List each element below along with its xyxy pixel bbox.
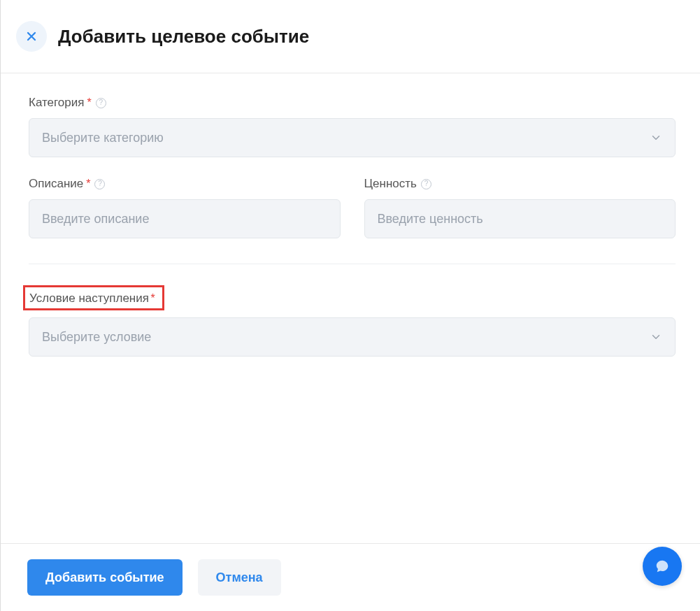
label-row: Ценность ? [364, 177, 676, 191]
field-category: Категория * ? Выберите категорию [29, 96, 676, 157]
condition-label: Условие наступления [29, 292, 149, 305]
highlight-annotation: Условие наступления * [23, 285, 164, 310]
required-marker: * [150, 292, 155, 304]
submit-button[interactable]: Добавить событие [27, 559, 183, 596]
description-input-wrap [29, 199, 341, 238]
field-description: Описание * ? [29, 177, 341, 238]
divider [29, 264, 676, 264]
value-input[interactable] [378, 212, 663, 227]
description-input[interactable] [42, 212, 327, 227]
category-placeholder: Выберите категорию [42, 131, 164, 145]
category-select[interactable]: Выберите категорию [29, 118, 676, 157]
condition-select[interactable]: Выберите условие [29, 317, 676, 357]
close-icon [26, 31, 37, 42]
cancel-button[interactable]: Отмена [198, 559, 281, 596]
field-condition: Условие наступления * Выберите условие [29, 285, 676, 357]
form-body: Категория * ? Выберите категорию Описани… [1, 73, 700, 357]
modal-title: Добавить целевое событие [58, 26, 309, 48]
condition-placeholder: Выберите условие [42, 330, 151, 345]
help-icon[interactable]: ? [421, 179, 431, 189]
help-icon[interactable]: ? [94, 179, 105, 189]
required-marker: * [87, 96, 91, 109]
modal-footer: Добавить событие Отмена [1, 543, 700, 611]
chat-icon [655, 559, 670, 574]
field-value: Ценность ? [364, 177, 676, 238]
close-button[interactable] [16, 21, 47, 52]
label-row: Категория * ? [29, 96, 676, 110]
description-label: Описание [29, 177, 83, 191]
value-label: Ценность [364, 177, 417, 191]
value-input-wrap [364, 199, 676, 238]
help-icon[interactable]: ? [96, 98, 106, 108]
required-marker: * [86, 178, 90, 190]
modal-header: Добавить целевое событие [1, 0, 700, 73]
fab-button[interactable] [643, 547, 682, 586]
chevron-down-icon [650, 131, 662, 144]
chevron-down-icon [650, 331, 662, 343]
row-description-value: Описание * ? Ценность ? [29, 177, 676, 258]
label-row: Описание * ? [29, 177, 341, 191]
category-label: Категория [29, 96, 84, 110]
